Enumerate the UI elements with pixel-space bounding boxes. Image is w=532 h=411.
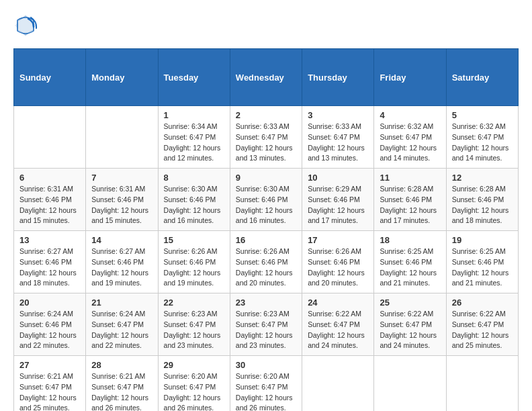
day-info: Sunrise: 6:27 AM Sunset: 6:46 PM Dayligh… (19, 246, 80, 289)
calendar-cell: 10Sunrise: 6:29 AM Sunset: 6:46 PM Dayli… (302, 169, 374, 231)
header-monday: Monday (86, 49, 158, 106)
day-info: Sunrise: 6:23 AM Sunset: 6:47 PM Dayligh… (236, 309, 296, 351)
day-info: Sunrise: 6:20 AM Sunset: 6:47 PM Dayligh… (236, 371, 296, 411)
day-info: Sunrise: 6:23 AM Sunset: 6:47 PM Dayligh… (164, 309, 224, 351)
calendar-week-2: 6Sunrise: 6:31 AM Sunset: 6:46 PM Daylig… (14, 169, 519, 231)
day-number: 29 (164, 360, 224, 370)
calendar-cell (14, 106, 86, 169)
calendar-cell: 22Sunrise: 6:23 AM Sunset: 6:47 PM Dayli… (158, 293, 230, 356)
header-tuesday: Tuesday (158, 49, 230, 106)
day-number: 2 (236, 110, 296, 120)
header-wednesday: Wednesday (230, 49, 302, 106)
calendar-cell: 23Sunrise: 6:23 AM Sunset: 6:47 PM Dayli… (230, 293, 302, 356)
header-thursday: Thursday (302, 49, 374, 106)
day-number: 25 (380, 298, 440, 308)
day-info: Sunrise: 6:27 AM Sunset: 6:46 PM Dayligh… (91, 246, 152, 289)
logo-icon (13, 13, 38, 38)
day-info: Sunrise: 6:24 AM Sunset: 6:46 PM Dayligh… (19, 309, 80, 351)
day-info: Sunrise: 6:33 AM Sunset: 6:47 PM Dayligh… (236, 122, 296, 164)
day-info: Sunrise: 6:26 AM Sunset: 6:46 PM Dayligh… (164, 246, 224, 289)
calendar-cell: 4Sunrise: 6:32 AM Sunset: 6:47 PM Daylig… (374, 106, 446, 169)
day-info: Sunrise: 6:32 AM Sunset: 6:47 PM Dayligh… (380, 122, 440, 164)
day-number: 9 (236, 173, 296, 183)
day-info: Sunrise: 6:26 AM Sunset: 6:46 PM Dayligh… (308, 246, 368, 289)
day-info: Sunrise: 6:25 AM Sunset: 6:46 PM Dayligh… (380, 246, 440, 289)
day-number: 18 (380, 235, 440, 245)
calendar-cell: 25Sunrise: 6:22 AM Sunset: 6:47 PM Dayli… (374, 293, 446, 356)
calendar-cell: 26Sunrise: 6:22 AM Sunset: 6:47 PM Dayli… (446, 293, 518, 356)
day-info: Sunrise: 6:25 AM Sunset: 6:46 PM Dayligh… (452, 246, 513, 289)
day-number: 13 (19, 235, 80, 245)
calendar-cell: 1Sunrise: 6:34 AM Sunset: 6:47 PM Daylig… (158, 106, 230, 169)
day-number: 8 (164, 173, 224, 183)
calendar-cell (446, 356, 518, 412)
day-number: 16 (236, 235, 296, 245)
calendar-cell: 14Sunrise: 6:27 AM Sunset: 6:46 PM Dayli… (86, 231, 158, 293)
day-number: 6 (19, 173, 80, 183)
day-info: Sunrise: 6:28 AM Sunset: 6:46 PM Dayligh… (452, 184, 513, 226)
day-info: Sunrise: 6:22 AM Sunset: 6:47 PM Dayligh… (452, 309, 513, 351)
calendar-table: SundayMondayTuesdayWednesdayThursdayFrid… (13, 48, 519, 411)
calendar-cell: 2Sunrise: 6:33 AM Sunset: 6:47 PM Daylig… (230, 106, 302, 169)
day-info: Sunrise: 6:21 AM Sunset: 6:47 PM Dayligh… (91, 371, 152, 411)
day-info: Sunrise: 6:31 AM Sunset: 6:46 PM Dayligh… (19, 184, 80, 226)
day-info: Sunrise: 6:29 AM Sunset: 6:46 PM Dayligh… (308, 184, 368, 226)
calendar-cell: 24Sunrise: 6:22 AM Sunset: 6:47 PM Dayli… (302, 293, 374, 356)
day-number: 19 (452, 235, 513, 245)
calendar-cell: 30Sunrise: 6:20 AM Sunset: 6:47 PM Dayli… (230, 356, 302, 412)
calendar-cell: 17Sunrise: 6:26 AM Sunset: 6:46 PM Dayli… (302, 231, 374, 293)
day-number: 24 (308, 298, 368, 308)
day-info: Sunrise: 6:22 AM Sunset: 6:47 PM Dayligh… (308, 309, 368, 351)
header-saturday: Saturday (446, 49, 518, 106)
calendar-cell: 6Sunrise: 6:31 AM Sunset: 6:46 PM Daylig… (14, 169, 86, 231)
calendar-cell: 13Sunrise: 6:27 AM Sunset: 6:46 PM Dayli… (14, 231, 86, 293)
day-info: Sunrise: 6:24 AM Sunset: 6:47 PM Dayligh… (91, 309, 152, 351)
day-info: Sunrise: 6:32 AM Sunset: 6:47 PM Dayligh… (452, 122, 513, 164)
day-number: 22 (164, 298, 224, 308)
header-sunday: Sunday (14, 49, 86, 106)
calendar-cell (302, 356, 374, 412)
calendar-week-5: 27Sunrise: 6:21 AM Sunset: 6:47 PM Dayli… (14, 356, 519, 412)
day-info: Sunrise: 6:30 AM Sunset: 6:46 PM Dayligh… (236, 184, 296, 226)
calendar-cell: 28Sunrise: 6:21 AM Sunset: 6:47 PM Dayli… (86, 356, 158, 412)
calendar-cell: 21Sunrise: 6:24 AM Sunset: 6:47 PM Dayli… (86, 293, 158, 356)
calendar-week-4: 20Sunrise: 6:24 AM Sunset: 6:46 PM Dayli… (14, 293, 519, 356)
day-number: 1 (164, 110, 224, 120)
header-friday: Friday (374, 49, 446, 106)
day-number: 7 (91, 173, 152, 183)
day-info: Sunrise: 6:26 AM Sunset: 6:46 PM Dayligh… (236, 246, 296, 289)
day-number: 17 (308, 235, 368, 245)
calendar-cell: 16Sunrise: 6:26 AM Sunset: 6:46 PM Dayli… (230, 231, 302, 293)
day-info: Sunrise: 6:22 AM Sunset: 6:47 PM Dayligh… (380, 309, 440, 351)
calendar-header-row: SundayMondayTuesdayWednesdayThursdayFrid… (14, 49, 519, 106)
day-number: 26 (452, 298, 513, 308)
calendar-week-1: 1Sunrise: 6:34 AM Sunset: 6:47 PM Daylig… (14, 106, 519, 169)
calendar-cell: 9Sunrise: 6:30 AM Sunset: 6:46 PM Daylig… (230, 169, 302, 231)
calendar-cell: 11Sunrise: 6:28 AM Sunset: 6:46 PM Dayli… (374, 169, 446, 231)
calendar-cell (86, 106, 158, 169)
day-number: 27 (19, 360, 80, 370)
day-number: 30 (236, 360, 296, 370)
day-info: Sunrise: 6:33 AM Sunset: 6:47 PM Dayligh… (308, 122, 368, 164)
day-info: Sunrise: 6:20 AM Sunset: 6:47 PM Dayligh… (164, 371, 224, 411)
day-info: Sunrise: 6:31 AM Sunset: 6:46 PM Dayligh… (91, 184, 152, 226)
day-number: 23 (236, 298, 296, 308)
calendar-cell: 8Sunrise: 6:30 AM Sunset: 6:46 PM Daylig… (158, 169, 230, 231)
logo (13, 13, 40, 38)
day-number: 5 (452, 110, 513, 120)
day-number: 28 (91, 360, 152, 370)
calendar-cell: 12Sunrise: 6:28 AM Sunset: 6:46 PM Dayli… (446, 169, 518, 231)
day-info: Sunrise: 6:21 AM Sunset: 6:47 PM Dayligh… (19, 371, 80, 411)
calendar-cell: 15Sunrise: 6:26 AM Sunset: 6:46 PM Dayli… (158, 231, 230, 293)
day-number: 15 (164, 235, 224, 245)
day-number: 12 (452, 173, 513, 183)
day-number: 10 (308, 173, 368, 183)
calendar-cell (374, 356, 446, 412)
calendar-week-3: 13Sunrise: 6:27 AM Sunset: 6:46 PM Dayli… (14, 231, 519, 293)
day-info: Sunrise: 6:34 AM Sunset: 6:47 PM Dayligh… (164, 122, 224, 164)
calendar-cell: 18Sunrise: 6:25 AM Sunset: 6:46 PM Dayli… (374, 231, 446, 293)
day-number: 14 (91, 235, 152, 245)
day-number: 21 (91, 298, 152, 308)
day-number: 20 (19, 298, 80, 308)
day-info: Sunrise: 6:30 AM Sunset: 6:46 PM Dayligh… (164, 184, 224, 226)
